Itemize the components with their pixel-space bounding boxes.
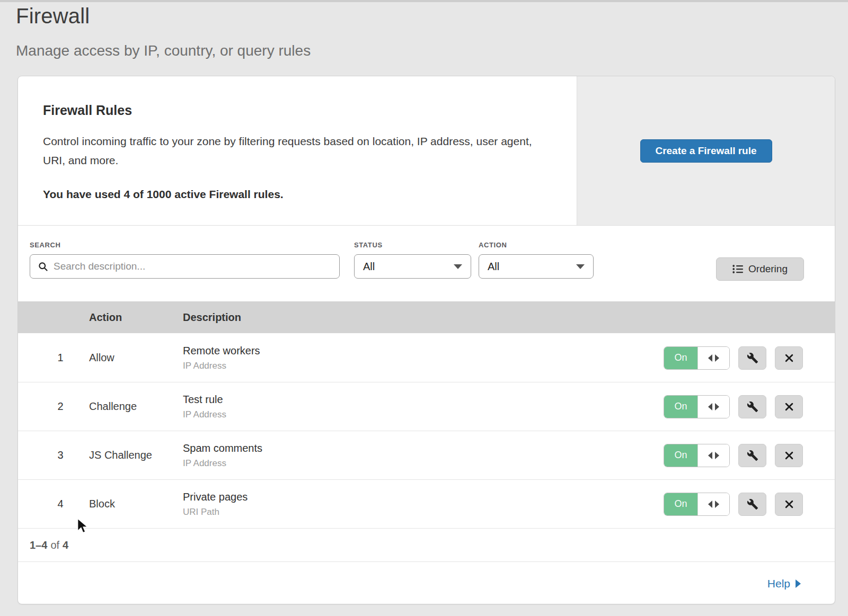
search-label: SEARCH <box>30 241 340 249</box>
chevron-down-icon <box>454 264 462 269</box>
rule-field-type: IP Address <box>183 458 664 469</box>
rule-action: Block <box>89 498 183 510</box>
toggle-handle[interactable] <box>697 444 729 467</box>
edit-rule-button[interactable] <box>738 444 766 467</box>
arrow-left-icon <box>708 452 712 459</box>
page-title: Firewall <box>16 4 90 28</box>
rule-description-title: Private pages <box>183 491 664 503</box>
edit-rule-button[interactable] <box>738 346 766 370</box>
pagination-total: 4 <box>63 539 68 551</box>
rule-controls: On <box>664 444 835 467</box>
rule-description: Private pages URI Path <box>183 491 664 517</box>
rule-description-title: Test rule <box>183 394 664 406</box>
rule-action: Allow <box>89 352 183 364</box>
rule-row: 3 JS Challenge Spam comments IP Address … <box>18 431 835 479</box>
close-icon <box>784 401 794 412</box>
chevron-down-icon <box>576 264 585 269</box>
help-link[interactable]: Help <box>767 577 801 590</box>
arrow-left-icon <box>708 403 712 410</box>
rule-description-title: Remote workers <box>183 345 664 357</box>
rule-field-type: IP Address <box>183 361 664 371</box>
toggle-on-segment[interactable]: On <box>664 493 697 515</box>
close-icon <box>784 353 794 363</box>
search-box[interactable] <box>30 254 340 279</box>
window-top-edge <box>0 0 848 2</box>
rule-controls: On <box>664 346 835 370</box>
search-input[interactable] <box>54 261 332 272</box>
ordering-button-label: Ordering <box>748 263 788 275</box>
rules-usage-note: You have used 4 of 1000 active Firewall … <box>43 188 555 201</box>
search-filter-group: SEARCH <box>30 241 340 279</box>
rule-enabled-toggle[interactable]: On <box>664 346 730 370</box>
arrow-right-icon <box>715 354 719 362</box>
wrench-icon <box>747 401 758 413</box>
rule-row: 2 Challenge Test rule IP Address On <box>18 382 835 431</box>
wrench-icon <box>747 352 758 364</box>
help-link-label: Help <box>767 577 790 590</box>
page-subtitle: Manage access by IP, country, or query r… <box>16 42 311 59</box>
rule-action: Challenge <box>89 400 183 413</box>
edit-rule-button[interactable] <box>738 493 766 516</box>
rule-description: Spam comments IP Address <box>183 442 664 469</box>
rule-enabled-toggle[interactable]: On <box>664 493 730 516</box>
rule-field-type: IP Address <box>183 409 664 420</box>
delete-rule-button[interactable] <box>775 395 803 418</box>
action-filter-group: ACTION All <box>479 241 594 279</box>
toggle-handle[interactable] <box>697 493 729 515</box>
delete-rule-button[interactable] <box>775 444 803 467</box>
toggle-on-segment[interactable]: On <box>664 444 697 467</box>
action-selected-value: All <box>488 261 499 273</box>
arrow-left-icon <box>708 354 712 362</box>
filters-bar: SEARCH STATUS All ACTION All <box>18 226 835 301</box>
arrow-right-icon <box>715 452 719 459</box>
rule-enabled-toggle[interactable]: On <box>664 444 730 467</box>
firewall-rules-card: Firewall Rules Control incoming traffic … <box>17 76 835 604</box>
rule-row: 1 Allow Remote workers IP Address On <box>18 333 835 382</box>
edit-rule-button[interactable] <box>738 395 766 418</box>
column-header-action: Action <box>89 311 183 324</box>
list-ordering-icon <box>732 264 743 274</box>
rule-field-type: URI Path <box>183 507 664 517</box>
delete-rule-button[interactable] <box>775 493 803 516</box>
status-selected-value: All <box>363 261 375 273</box>
create-firewall-rule-button[interactable]: Create a Firewall rule <box>640 139 772 163</box>
rule-priority: 4 <box>18 498 89 510</box>
rule-priority: 2 <box>18 400 89 413</box>
pagination: 1–4 of 4 <box>18 528 835 561</box>
wrench-icon <box>747 450 758 461</box>
card-footer: Help <box>18 561 835 604</box>
help-arrow-icon <box>796 579 801 588</box>
toggle-on-segment[interactable]: On <box>664 347 697 369</box>
card-intro-text: Firewall Rules Control incoming traffic … <box>18 76 577 225</box>
action-label: ACTION <box>479 241 594 249</box>
card-intro-section: Firewall Rules Control incoming traffic … <box>18 76 835 226</box>
rule-controls: On <box>664 395 835 418</box>
column-header-description: Description <box>183 311 664 324</box>
status-label: STATUS <box>354 241 471 249</box>
table-header: Action Description <box>18 301 835 333</box>
arrow-left-icon <box>708 501 712 508</box>
status-select[interactable]: All <box>354 254 471 279</box>
rule-enabled-toggle[interactable]: On <box>664 395 730 418</box>
arrow-right-icon <box>715 403 719 410</box>
rule-action: JS Challenge <box>89 449 183 461</box>
rule-description: Test rule IP Address <box>183 394 664 420</box>
toggle-handle[interactable] <box>697 347 729 369</box>
pagination-range: 1–4 <box>30 539 47 551</box>
card-intro-action-panel: Create a Firewall rule <box>577 76 835 225</box>
wrench-icon <box>747 498 758 510</box>
rule-row: 4 Block Private pages URI Path On <box>18 479 835 528</box>
delete-rule-button[interactable] <box>775 346 803 370</box>
arrow-right-icon <box>715 501 719 508</box>
toggle-handle[interactable] <box>697 396 729 418</box>
pagination-of: of <box>50 539 59 551</box>
rule-controls: On <box>664 493 835 516</box>
rule-description: Remote workers IP Address <box>183 345 664 371</box>
action-select[interactable]: All <box>479 254 594 279</box>
toggle-on-segment[interactable]: On <box>664 396 697 418</box>
ordering-button[interactable]: Ordering <box>716 257 804 281</box>
rule-priority: 3 <box>18 449 89 461</box>
rules-heading: Firewall Rules <box>43 103 555 118</box>
rule-priority: 1 <box>18 352 89 364</box>
close-icon <box>784 450 794 461</box>
